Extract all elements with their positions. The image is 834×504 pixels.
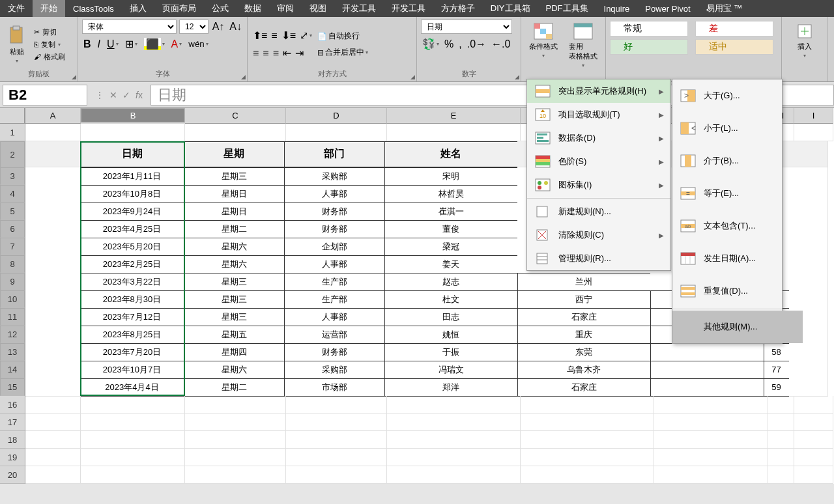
menu-item[interactable]: 清除规则(C)▶ [527,223,670,247]
cell[interactable]: 董俊 [384,220,518,238]
orientation-button[interactable]: ⤢▾ [298,28,313,43]
cell[interactable]: 兰州 [517,273,651,291]
menu-tab[interactable]: Power Pivot [637,0,698,17]
row-header[interactable]: 3 [0,167,25,185]
cell[interactable]: 星期日 [184,203,285,221]
cell[interactable]: 2023年8月25日 [80,326,184,344]
menu-tab[interactable]: 开始 [33,0,65,17]
cell[interactable]: 财务部 [284,343,385,361]
cell[interactable] [25,361,81,379]
cell[interactable] [286,396,387,413]
cell[interactable]: 杜文 [384,290,518,309]
cell[interactable] [25,290,81,309]
cell[interactable]: 崔淇一 [384,203,518,221]
menu-tab[interactable]: 方方格子 [433,0,483,17]
comma-button[interactable]: , [457,36,463,51]
copy-button[interactable]: ⎘复制▾ [31,39,68,50]
cancel-icon[interactable]: ✕ [109,90,117,100]
cell[interactable]: 重庆 [517,326,651,344]
style-good[interactable]: 好 [610,39,688,55]
cell[interactable] [521,449,654,466]
wrap-text-button[interactable]: 📄自动换行 [316,29,369,43]
cell[interactable]: 姜天 [384,255,518,273]
cell[interactable]: 星期六 [184,255,285,273]
cell[interactable]: 郑洋 [384,378,518,397]
cell[interactable]: 市场部 [284,378,385,397]
menu-item[interactable]: ab文本包含(T)... [672,210,803,242]
row-header[interactable]: 1 [0,124,25,141]
cell[interactable] [25,124,81,141]
cell[interactable]: 2023年3月22日 [80,273,184,291]
cell[interactable] [81,396,185,413]
menu-tab[interactable]: 开发工具 [384,0,433,17]
cell[interactable] [25,203,81,221]
cell[interactable] [650,361,764,379]
cell[interactable]: 人事部 [284,185,385,203]
cell[interactable] [794,413,833,431]
row-header[interactable]: 20 [0,466,25,484]
cell[interactable] [25,238,81,256]
cell[interactable]: 77 [764,361,790,379]
cell[interactable]: 星期 [184,141,285,167]
column-header[interactable]: D [286,108,387,124]
cell[interactable]: 林哲昊 [384,185,518,203]
row-header[interactable]: 12 [0,326,25,343]
menu-tab[interactable]: PDF工具集 [538,0,596,17]
cell[interactable]: 2023年7月20日 [80,343,184,361]
cell[interactable]: 星期三 [184,308,285,326]
cell[interactable] [25,431,81,449]
dialog-launcher-icon[interactable]: ◢ [410,74,415,80]
cell[interactable]: 冯瑞文 [384,361,518,379]
cell[interactable]: 2023年9月24日 [80,203,184,221]
column-header[interactable]: B [81,108,185,122]
format-painter-button[interactable]: 🖌格式刷 [31,51,68,63]
cell[interactable]: 2023年8月30日 [80,290,184,309]
menu-tab[interactable]: 数据 [237,0,269,17]
cell[interactable] [387,466,521,484]
menu-tab[interactable]: 开发工具 [334,0,384,17]
insert-cells-button[interactable]: 插入▾ [786,20,823,61]
row-header[interactable]: 2 [0,141,25,167]
cell[interactable] [789,343,828,361]
cell[interactable]: 生产部 [284,290,385,309]
cell[interactable] [25,466,81,484]
cell[interactable]: 星期二 [184,220,285,238]
menu-item[interactable]: 介于(B)... [672,145,803,177]
cell[interactable]: 星期三 [184,273,285,291]
cell[interactable]: 星期六 [184,238,285,256]
menu-item[interactable]: 图标集(I)▶ [527,173,670,197]
paste-button[interactable]: 粘贴▾ [4,22,30,66]
cell[interactable] [185,124,286,141]
dropdown-icon[interactable]: ⋮ [95,90,104,100]
cell[interactable]: 企划部 [284,238,385,256]
cell[interactable] [25,220,81,238]
cell[interactable] [387,449,521,466]
menu-tab[interactable]: 插入 [122,0,154,17]
cell[interactable]: 于振 [384,343,518,361]
cell[interactable] [286,413,387,431]
cell[interactable]: 采购部 [284,361,385,379]
cell[interactable] [794,396,833,413]
cell[interactable]: 2023年2月25日 [80,255,184,273]
style-mid[interactable]: 适中 [695,39,773,55]
align-top-button[interactable]: ⬆≡ [252,28,268,43]
row-header[interactable]: 19 [0,449,25,466]
cell[interactable] [654,431,768,449]
cell[interactable] [25,326,81,344]
menu-item[interactable]: >大于(G)... [672,79,803,112]
cell[interactable] [25,378,81,397]
cell[interactable] [185,449,286,466]
cut-button[interactable]: ✂剪切 [31,27,68,38]
cell[interactable] [81,466,185,484]
cell[interactable]: 田志 [384,308,518,326]
enter-icon[interactable]: ✓ [122,90,130,100]
cell[interactable] [768,449,794,466]
row-header[interactable]: 18 [0,431,25,449]
cell[interactable] [768,466,794,484]
table-format-button[interactable]: 套用 表格格式▾ [565,20,601,71]
cell[interactable]: 2023年4月25日 [80,220,184,238]
cell[interactable] [185,396,286,413]
menu-item[interactable]: 数据条(D)▶ [527,126,670,150]
cell[interactable]: 部门 [284,141,385,167]
menu-item[interactable]: 10项目选取规则(T)▶ [527,103,670,126]
